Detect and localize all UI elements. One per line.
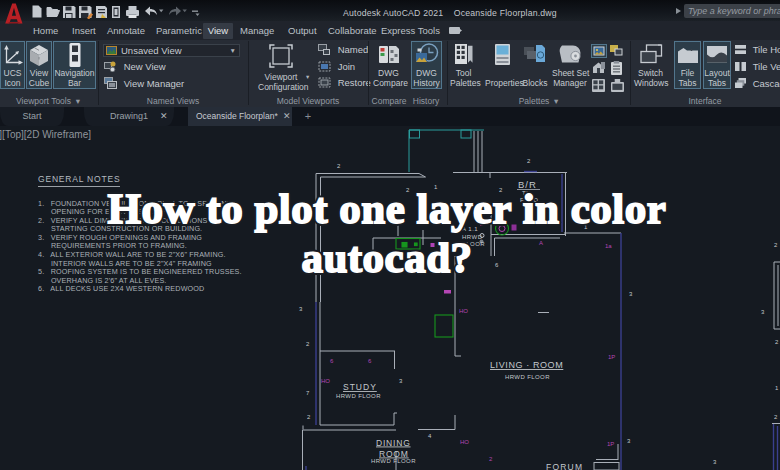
svg-text:2: 2	[774, 414, 778, 420]
svg-text:LIVING · ROOM: LIVING · ROOM	[490, 360, 563, 370]
svg-text:HO: HO	[459, 308, 468, 314]
svg-text:4: 4	[428, 433, 432, 439]
svg-text:1: 1	[775, 385, 779, 391]
svg-text:2: 2	[489, 456, 493, 462]
svg-text:6: 6	[368, 358, 372, 364]
svg-text:3: 3	[299, 306, 303, 312]
svg-text:HRWD FLOOR: HRWD FLOOR	[505, 374, 550, 380]
svg-text:2: 2	[527, 158, 531, 164]
svg-text:1P: 1P	[607, 441, 614, 447]
svg-text:DINING: DINING	[376, 438, 411, 448]
svg-text:HO: HO	[321, 378, 330, 384]
svg-text:2: 2	[774, 242, 778, 248]
svg-text:3: 3	[713, 459, 717, 465]
svg-text:3: 3	[761, 309, 765, 315]
svg-text:6: 6	[330, 358, 334, 364]
svg-text:HO: HO	[460, 439, 469, 445]
svg-text:2: 2	[775, 339, 779, 345]
svg-text:7: 7	[306, 390, 310, 396]
svg-text:2: 2	[337, 163, 341, 169]
svg-text:FORUM: FORUM	[546, 462, 583, 470]
svg-text:3: 3	[399, 378, 403, 384]
svg-text:3: 3	[629, 291, 633, 297]
svg-text:2: 2	[306, 341, 310, 347]
svg-text:STUDY: STUDY	[343, 382, 377, 392]
svg-text:HRWD FLOOR: HRWD FLOOR	[371, 458, 416, 464]
svg-text:3: 3	[627, 438, 631, 444]
svg-text:1P: 1P	[608, 354, 615, 360]
svg-text:2: 2	[307, 414, 311, 420]
svg-text:HRWD FLOOR: HRWD FLOOR	[336, 393, 381, 399]
